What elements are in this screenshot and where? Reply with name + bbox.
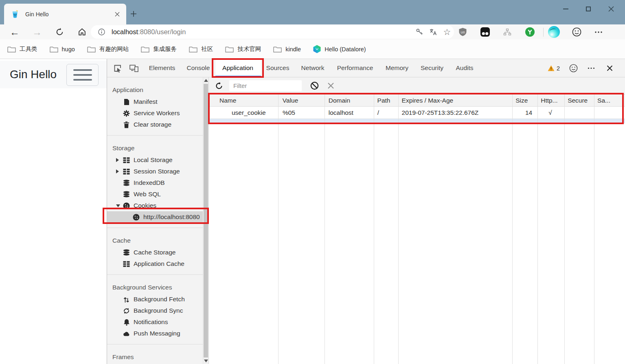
- cookie-row-spacer[interactable]: [209, 119, 625, 123]
- new-tab-icon[interactable]: [127, 7, 140, 20]
- bookmark-datalore[interactable]: Hello (Datalore): [313, 45, 366, 53]
- sidebar-item-clear-storage[interactable]: Clear storage: [107, 119, 203, 130]
- folder-icon: [50, 46, 58, 53]
- delete-selected-icon[interactable]: [324, 79, 338, 93]
- back-icon[interactable]: ←: [7, 24, 23, 39]
- sidebar-item-session-storage[interactable]: Session Storage: [107, 166, 203, 177]
- sidebar-item-application-cache[interactable]: Application Cache: [107, 258, 203, 270]
- tab-application[interactable]: Application: [222, 59, 253, 77]
- sidebar-item-local-storage[interactable]: Local Storage: [107, 154, 203, 166]
- ublock-extension-icon[interactable]: U0: [456, 25, 469, 39]
- refresh-cookies-icon[interactable]: [212, 79, 226, 93]
- bookmark-folder[interactable]: 社区: [189, 45, 213, 53]
- bookmark-folder[interactable]: hugo: [50, 46, 75, 53]
- fetch-arrows-icon: [123, 296, 130, 303]
- tab-elements[interactable]: Elements: [149, 59, 175, 77]
- sidebar-item-background-fetch[interactable]: Background Fetch: [107, 294, 203, 305]
- navbar-toggler-button[interactable]: [66, 64, 99, 86]
- expand-icon[interactable]: [116, 169, 119, 173]
- translate-icon[interactable]: [426, 25, 440, 39]
- sitemap-extension-icon[interactable]: [500, 25, 514, 39]
- refresh-icon[interactable]: [51, 24, 68, 39]
- col-value[interactable]: Value: [278, 94, 325, 106]
- sidebar-item-manifest[interactable]: Manifest: [107, 96, 203, 107]
- col-expires[interactable]: Expires / Max-Age: [398, 94, 512, 106]
- sidebar-item-cookie-origin[interactable]: http://localhost:8080: [107, 211, 203, 223]
- device-toolbar-icon[interactable]: [127, 59, 141, 77]
- cloud-icon: [123, 330, 130, 337]
- favorite-star-icon[interactable]: ☆: [440, 25, 454, 39]
- bookmark-folder[interactable]: 有趣的网站: [87, 45, 129, 53]
- sidebar-item-notifications[interactable]: Notifications: [107, 316, 203, 328]
- dark-extension-icon[interactable]: [478, 25, 492, 39]
- green-extension-icon[interactable]: [523, 25, 537, 39]
- tab-network[interactable]: Network: [301, 59, 325, 77]
- warnings-badge[interactable]: 2: [548, 59, 560, 77]
- section-title: Cache: [107, 235, 208, 247]
- col-size[interactable]: Size: [512, 94, 537, 106]
- devtools-menu-icon[interactable]: [588, 59, 595, 77]
- collapse-icon[interactable]: [116, 204, 120, 207]
- devtools-feedback-icon[interactable]: [569, 59, 578, 77]
- sidebar-item-cookies[interactable]: Cookies: [107, 200, 203, 211]
- tab-sources[interactable]: Sources: [266, 59, 289, 77]
- col-domain[interactable]: Domain: [325, 94, 374, 106]
- cookie-icon: [123, 202, 130, 209]
- window-close-icon[interactable]: [600, 1, 623, 17]
- gin-favicon-icon: [11, 10, 20, 19]
- expand-icon[interactable]: [116, 158, 119, 162]
- profile-avatar[interactable]: [547, 25, 561, 39]
- sync-arrows-icon: [123, 307, 130, 314]
- clear-all-cookies-icon[interactable]: [307, 79, 321, 93]
- address-bar[interactable]: localhost:8080/user/login ☆: [91, 25, 454, 39]
- tab-performance[interactable]: Performance: [337, 59, 373, 77]
- scrollbar-thumb[interactable]: [204, 84, 208, 357]
- col-secure[interactable]: Secure: [564, 94, 594, 106]
- bookmark-folder[interactable]: 工具类: [7, 45, 37, 53]
- forward-icon[interactable]: →: [29, 24, 45, 39]
- svg-text:U0: U0: [461, 31, 465, 34]
- bookmark-folder[interactable]: 集成服务: [141, 45, 177, 53]
- column-gridlines: [209, 94, 625, 364]
- col-name[interactable]: Name: [209, 94, 278, 106]
- tab-console[interactable]: Console: [187, 59, 210, 77]
- col-httponly[interactable]: Http...: [537, 94, 564, 106]
- password-key-icon[interactable]: [412, 25, 426, 39]
- browser-tab[interactable]: Gin Hello: [4, 4, 126, 24]
- site-info-icon[interactable]: [98, 29, 105, 35]
- window-minimize-icon[interactable]: [554, 1, 577, 17]
- page-navbar: Gin Hello: [0, 61, 107, 88]
- sidebar-item-background-sync[interactable]: Background Sync: [107, 305, 203, 316]
- url-text[interactable]: localhost:8080/user/login: [112, 28, 412, 36]
- devtools-close-icon[interactable]: [607, 59, 613, 77]
- database-icon: [123, 180, 130, 186]
- tab-close-icon[interactable]: [112, 9, 123, 20]
- window-maximize-icon[interactable]: [577, 1, 600, 17]
- browser-window: Gin Hello ← →: [0, 0, 625, 364]
- bookmark-folder[interactable]: kindle: [273, 46, 301, 53]
- col-path[interactable]: Path: [374, 94, 398, 106]
- scroll-down-icon[interactable]: [204, 360, 208, 362]
- cookies-toolbar: [209, 77, 625, 94]
- sidebar-item-push-messaging[interactable]: Push Messaging: [107, 328, 203, 339]
- sidebar-scrollbar[interactable]: [203, 77, 208, 364]
- section-title: Application: [107, 84, 208, 96]
- cookie-row[interactable]: user_cookie %05 localhost / 2019-07-25T1…: [209, 107, 625, 119]
- col-samesite[interactable]: Sa...: [594, 94, 625, 106]
- tab-memory[interactable]: Memory: [386, 59, 408, 77]
- scroll-up-icon[interactable]: [204, 79, 208, 82]
- inspect-element-icon[interactable]: [110, 59, 125, 77]
- sidebar-item-web-sql[interactable]: Web SQL: [107, 189, 203, 200]
- tab-audits[interactable]: Audits: [456, 59, 473, 77]
- cookie-filter-input[interactable]: [229, 80, 302, 91]
- section-title: Background Services: [107, 281, 208, 294]
- sidebar-item-service-workers[interactable]: Service Workers: [107, 107, 203, 119]
- cell-secure: [564, 107, 594, 118]
- bookmark-folder[interactable]: 技术官网: [225, 45, 261, 53]
- feedback-smiley-icon[interactable]: [570, 25, 583, 39]
- browser-menu-icon[interactable]: [592, 25, 605, 39]
- sidebar-item-cache-storage[interactable]: Cache Storage: [107, 247, 203, 258]
- home-icon[interactable]: [74, 24, 90, 39]
- tab-security[interactable]: Security: [421, 59, 443, 77]
- sidebar-item-indexeddb[interactable]: IndexedDB: [107, 177, 203, 189]
